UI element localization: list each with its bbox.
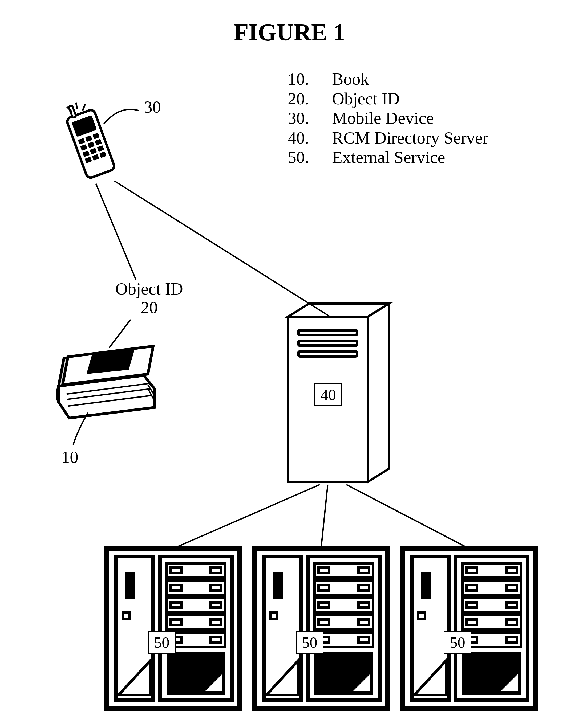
svg-line-102 [115, 181, 330, 317]
svg-line-101 [109, 319, 130, 348]
svg-line-104 [321, 485, 328, 548]
connectors [0, 0, 579, 728]
svg-line-105 [346, 485, 469, 548]
svg-line-100 [96, 184, 136, 280]
svg-line-103 [173, 485, 320, 548]
